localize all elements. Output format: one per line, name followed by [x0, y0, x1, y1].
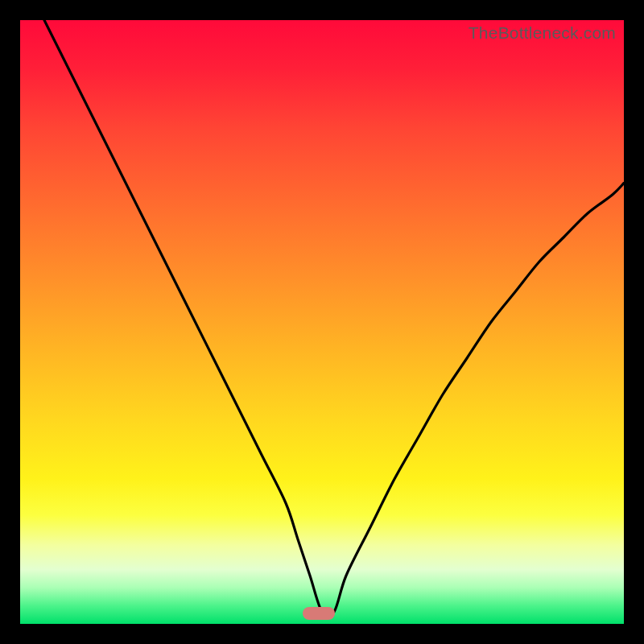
bottleneck-curve	[20, 20, 624, 624]
optimal-point-marker	[303, 607, 335, 620]
chart-frame: TheBottleneck.com	[0, 0, 644, 644]
plot-area: TheBottleneck.com	[20, 20, 624, 624]
curve-path	[44, 20, 624, 617]
